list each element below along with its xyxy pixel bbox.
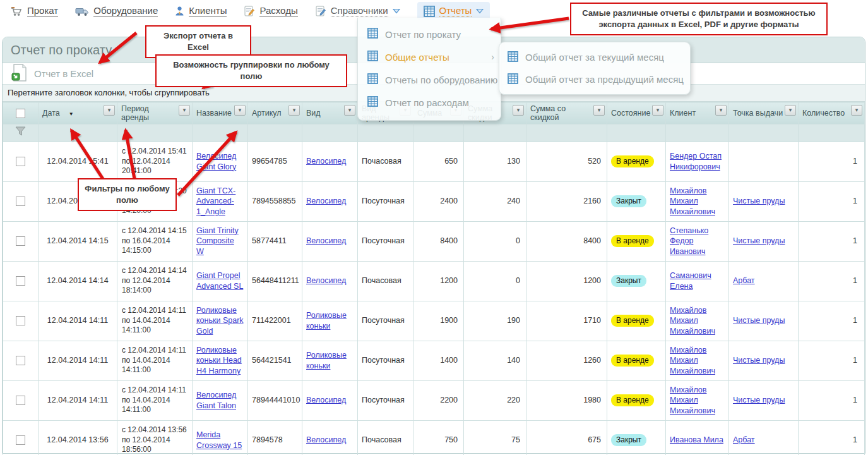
client-link[interactable]: Саманович Елена <box>670 271 711 291</box>
column-filter-button[interactable]: ▾ <box>715 105 727 116</box>
item-name-link[interactable]: Giant TCX-Advanced-1_Angle <box>196 186 235 216</box>
funnel-icon[interactable] <box>15 130 26 138</box>
menu-item-reports-general[interactable]: Общие отчеты› <box>358 46 501 68</box>
item-name-link[interactable]: Роликовые коньки Head H4 Harmony <box>196 346 242 375</box>
cell-total: 1710 <box>526 301 607 341</box>
row-checkbox[interactable] <box>16 276 25 286</box>
client-link[interactable]: Иванова Мила <box>670 435 723 444</box>
column-filter-button[interactable]: ▾ <box>104 105 115 116</box>
menu-item-general-report-previous-month[interactable]: Общий отчет за предыдущий месяц <box>499 68 690 90</box>
column-filter-button[interactable]: ▾ <box>179 105 190 116</box>
report-grid-icon <box>424 6 435 17</box>
kind-link[interactable]: Велосипед <box>306 396 346 404</box>
column-header-name[interactable]: Название▾ <box>193 102 248 124</box>
pickup-point-link[interactable]: Чистые пруды <box>733 356 785 365</box>
column-header-total[interactable]: Сумма со скидкой▾ <box>526 102 607 124</box>
menu-item-report-expenses[interactable]: Отчет по расходам <box>358 91 501 114</box>
menu-item-directories[interactable]: Справочники <box>315 5 400 17</box>
pickup-point-link[interactable]: Арбат <box>733 276 755 285</box>
export-excel-button[interactable]: Отчет в Excel <box>11 64 93 84</box>
column-header-status[interactable]: Состояние▾ <box>607 102 666 124</box>
client-link[interactable]: Михайлов Михаил Михайлович <box>670 186 715 216</box>
column-filter-button[interactable]: ▾ <box>785 105 796 116</box>
menu-item-reports-equipment[interactable]: Отчеты по оборудованию› <box>358 68 501 91</box>
cell-period: с 12.04.2014 14:14 по 12.04.2014 18:14:0… <box>117 261 193 301</box>
filter-cell-status[interactable] <box>607 124 666 142</box>
item-name-link[interactable]: Велосипед Giant Talon <box>196 391 236 410</box>
client-link[interactable]: Бендер Остап Никифорович <box>670 152 722 171</box>
column-header-qty[interactable]: Количество▾ <box>799 102 865 124</box>
kind-link[interactable]: Велосипед <box>306 236 346 245</box>
cell-name: Giant TCX-Advanced-1_Angle <box>193 181 248 221</box>
column-filter-button[interactable]: ▾ <box>513 105 524 116</box>
filter-cell-period[interactable] <box>117 124 193 142</box>
column-header-period[interactable]: Период аренды▾ <box>117 102 193 124</box>
row-checkbox[interactable] <box>16 157 25 166</box>
column-filter-button[interactable]: ▾ <box>652 105 663 116</box>
client-link[interactable]: Михайлов Михаил Михайлович <box>670 385 715 415</box>
cell-rent-kind: Почасовая <box>358 261 413 301</box>
row-checkbox[interactable] <box>16 197 25 206</box>
row-checkbox[interactable] <box>16 396 25 405</box>
column-filter-button[interactable]: ▾ <box>851 105 862 116</box>
column-header-article[interactable]: Артикул▾ <box>248 102 302 124</box>
item-name-link[interactable]: Giant Trinity Composite W <box>196 226 239 256</box>
filter-cell-date[interactable] <box>39 124 117 142</box>
pickup-point-link[interactable]: Арбат <box>733 435 755 444</box>
item-name-link[interactable]: Merida Crossway 15 <box>196 430 242 450</box>
menu-item-general-report-current-month[interactable]: Общий отчет за текущий месяц <box>499 46 690 68</box>
cell-status: В аренде <box>607 341 666 380</box>
column-filter-button[interactable]: ▾ <box>344 105 355 116</box>
pickup-point-link[interactable]: Чистые пруды <box>733 197 785 205</box>
filter-cell-discount[interactable] <box>464 124 526 142</box>
row-select-cell <box>3 341 39 380</box>
row-checkbox[interactable] <box>16 356 25 365</box>
pickup-point-link[interactable]: Чистые пруды <box>733 316 785 325</box>
select-all-checkbox[interactable] <box>16 109 25 118</box>
filter-cell-rent_kind[interactable] <box>358 124 413 142</box>
client-link[interactable]: Степанько Федор Иванович <box>670 226 708 256</box>
item-name-link[interactable]: Велосипед Giant Glory <box>196 152 236 171</box>
row-checkbox[interactable] <box>16 236 25 246</box>
export-excel-label: Отчет в Excel <box>34 68 93 79</box>
client-link[interactable]: Михайлов Михаил Михайлович <box>670 306 715 336</box>
kind-link[interactable]: Велосипед <box>306 276 346 285</box>
menu-item-expenses[interactable]: Расходы <box>244 5 297 17</box>
report-grid-icon <box>367 73 378 86</box>
filter-cell-point[interactable] <box>729 124 799 142</box>
menu-item-label: Отчет по расходам <box>385 97 469 108</box>
kind-link[interactable]: Велосипед <box>306 435 346 444</box>
row-checkbox[interactable] <box>16 435 25 445</box>
pickup-point-link[interactable]: Чистые пруды <box>733 396 785 404</box>
filter-cell-client[interactable] <box>666 124 729 142</box>
menu-item-clients[interactable]: Клиенты <box>175 5 227 17</box>
filter-cell-name[interactable] <box>193 124 248 142</box>
item-name-link[interactable]: Роликовые коньки Spark Gold <box>196 306 244 336</box>
cell-discount: 0 <box>464 221 526 261</box>
kind-link[interactable]: Велосипед <box>306 197 346 205</box>
menu-item-report-rental[interactable]: Отчет по прокату <box>358 23 501 46</box>
kind-link[interactable]: Велосипед <box>306 157 346 166</box>
filter-cell-kind[interactable] <box>302 124 358 142</box>
row-checkbox[interactable] <box>16 316 25 325</box>
client-link[interactable]: Михайлов Михаил Михайлович <box>670 346 715 375</box>
column-header-point[interactable]: Точка выдачи▾ <box>729 102 799 124</box>
kind-link[interactable]: Роликовые коньки <box>306 351 347 370</box>
filter-cell-sum[interactable] <box>413 124 464 142</box>
menu-item-rental[interactable]: Прокат <box>10 5 58 17</box>
item-name-link[interactable]: Giant Propel Advanced SL <box>196 271 243 291</box>
column-header-client[interactable]: Клиент▾ <box>666 102 729 124</box>
filter-cell-total[interactable] <box>526 124 607 142</box>
column-header-kind[interactable]: Вид▾ <box>302 102 358 124</box>
column-filter-button[interactable]: ▾ <box>234 105 246 116</box>
filter-cell-article[interactable] <box>248 124 302 142</box>
column-filter-button[interactable]: ▾ <box>593 105 605 116</box>
menu-item-equipment[interactable]: Оборудование <box>75 5 158 17</box>
cell-name: Роликовые коньки Head H4 Harmony <box>193 341 248 380</box>
column-header-date[interactable]: Дата▼▾ <box>39 102 117 124</box>
column-filter-button[interactable]: ▾ <box>288 105 300 116</box>
pickup-point-link[interactable]: Чистые пруды <box>733 236 785 245</box>
filter-cell-qty[interactable] <box>799 124 865 142</box>
cell-date: 12.04.2014 14:15 <box>39 221 117 261</box>
kind-link[interactable]: Роликовые коньки <box>306 311 347 331</box>
